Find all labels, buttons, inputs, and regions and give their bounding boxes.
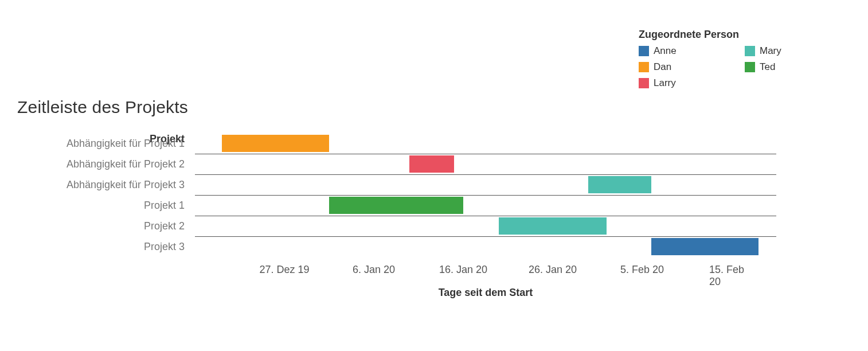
gantt-bar[interactable]: [222, 135, 329, 152]
chart-row: Projekt 3: [17, 236, 845, 257]
chart-row: Projekt 2: [17, 216, 845, 236]
row-plot: [195, 154, 776, 174]
legend-swatch-icon: [745, 62, 755, 72]
legend-swatch-icon: [639, 46, 649, 56]
legend-swatch-icon: [745, 46, 755, 56]
legend-label: Dan: [654, 61, 671, 73]
legend-swatch-icon: [639, 78, 649, 88]
legend-item[interactable]: Dan: [639, 61, 728, 73]
gantt-bar[interactable]: [329, 197, 463, 214]
gantt-chart: Projekt Abhängigkeit für Projekt 1Abhäng…: [17, 133, 845, 306]
row-plot: [195, 133, 776, 154]
x-axis-label: Tage seit dem Start: [195, 287, 776, 299]
chart-title: Zeitleiste des Projekts: [17, 98, 845, 117]
legend: Zugeordnete Person AnneMaryDanTedLarry: [639, 29, 834, 89]
chart-row: Abhängigkeit für Projekt 3: [17, 174, 845, 195]
row-plot: [195, 216, 776, 236]
row-label: Abhängigkeit für Projekt 2: [17, 154, 189, 174]
x-tick: 5. Feb 20: [620, 264, 664, 276]
legend-item[interactable]: Larry: [639, 77, 728, 89]
legend-item[interactable]: Mary: [745, 45, 834, 57]
row-plot: [195, 174, 776, 195]
chart-row: Abhängigkeit für Projekt 1: [17, 133, 845, 154]
legend-label: Ted: [760, 61, 775, 73]
legend-item[interactable]: Anne: [639, 45, 728, 57]
row-label: Abhängigkeit für Projekt 3: [17, 174, 189, 195]
legend-item[interactable]: Ted: [745, 61, 834, 73]
legend-label: Larry: [654, 77, 676, 89]
gantt-bar[interactable]: [651, 238, 758, 255]
row-label: Abhängigkeit für Projekt 1: [17, 133, 189, 154]
row-label: Projekt 1: [17, 195, 189, 216]
x-tick: 15. Feb 20: [709, 264, 754, 288]
row-plot: [195, 195, 776, 216]
row-plot: [195, 236, 776, 257]
legend-title: Zugeordnete Person: [639, 29, 834, 41]
x-tick: 6. Jan 20: [353, 264, 395, 276]
x-tick: 27. Dez 19: [259, 264, 309, 276]
legend-label: Anne: [654, 45, 677, 57]
chart-row: Projekt 1: [17, 195, 845, 216]
x-tick: 26. Jan 20: [529, 264, 577, 276]
legend-swatch-icon: [639, 62, 649, 72]
legend-label: Mary: [760, 45, 781, 57]
row-label: Projekt 2: [17, 216, 189, 236]
row-label: Projekt 3: [17, 236, 189, 257]
x-axis: Tage seit dem Start 27. Dez 196. Jan 201…: [195, 260, 776, 306]
gantt-bar[interactable]: [409, 155, 454, 173]
gantt-bar[interactable]: [499, 217, 606, 235]
gantt-bar[interactable]: [588, 176, 651, 193]
x-tick: 16. Jan 20: [439, 264, 487, 276]
chart-row: Abhängigkeit für Projekt 2: [17, 154, 845, 174]
